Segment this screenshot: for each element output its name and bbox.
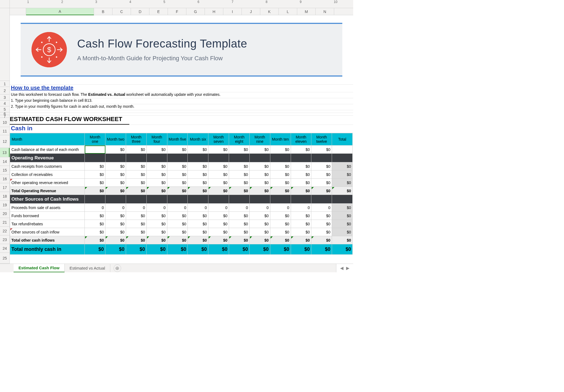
col-head-I[interactable]: I bbox=[223, 8, 242, 15]
cell[interactable]: $0 bbox=[249, 170, 270, 179]
cell[interactable]: $0 bbox=[311, 162, 332, 170]
cell[interactable]: $0 bbox=[188, 212, 208, 220]
cash-balance-m8[interactable]: $0 bbox=[229, 146, 250, 154]
cell[interactable]: $0 bbox=[188, 170, 208, 179]
row-head-1[interactable]: 1 bbox=[0, 81, 10, 87]
cell[interactable]: $0 bbox=[208, 179, 229, 187]
add-sheet-button[interactable]: ⊕ bbox=[114, 264, 121, 272]
cell[interactable]: $0 bbox=[85, 162, 105, 170]
cash-balance-m12[interactable]: $0 bbox=[311, 146, 332, 154]
cell[interactable]: $0 bbox=[270, 212, 291, 220]
cell[interactable]: $0 bbox=[291, 170, 311, 179]
cash-balance-m5[interactable]: $0 bbox=[167, 146, 188, 154]
cell[interactable]: $0 bbox=[208, 228, 229, 236]
cell[interactable]: 0 bbox=[270, 204, 291, 212]
cell[interactable]: $0 bbox=[270, 228, 291, 236]
cell[interactable]: $0 bbox=[249, 179, 270, 187]
row-head-12[interactable]: 12 bbox=[0, 135, 10, 148]
cell[interactable]: $0 bbox=[208, 212, 229, 220]
cell[interactable]: $0 bbox=[146, 220, 167, 228]
cell[interactable]: $0 bbox=[146, 212, 167, 220]
cell[interactable]: $0 bbox=[249, 162, 270, 170]
row-head-11[interactable]: 11 bbox=[0, 127, 10, 135]
cell[interactable]: $0 bbox=[126, 220, 147, 228]
cell[interactable]: $0 bbox=[249, 220, 270, 228]
cell[interactable]: $0 bbox=[126, 162, 147, 170]
col-head-A[interactable]: A bbox=[26, 8, 94, 15]
col-head-gutter[interactable] bbox=[10, 8, 26, 15]
row-head-3[interactable]: 3 bbox=[0, 94, 10, 100]
cell[interactable]: $0 bbox=[229, 179, 250, 187]
cell[interactable]: $0 bbox=[229, 162, 250, 170]
cell[interactable]: $0 bbox=[167, 212, 188, 220]
cell[interactable]: $0 bbox=[188, 162, 208, 170]
cell[interactable]: 0 bbox=[105, 204, 126, 212]
cell[interactable]: $0 bbox=[105, 179, 126, 187]
cell[interactable]: $0 bbox=[291, 220, 311, 228]
cell[interactable]: $0 bbox=[85, 170, 105, 179]
cell[interactable]: 0 bbox=[126, 204, 147, 212]
cell[interactable]: $0 bbox=[311, 179, 332, 187]
cell[interactable]: $0 bbox=[105, 220, 126, 228]
cell[interactable]: $0 bbox=[188, 228, 208, 236]
cash-balance-m3[interactable]: $0 bbox=[126, 146, 147, 154]
cash-balance-m6[interactable]: $0 bbox=[188, 146, 208, 154]
row-head-22[interactable]: 22 bbox=[0, 227, 10, 235]
tab-estimated-cash-flow[interactable]: Estimated Cash Flow bbox=[14, 264, 65, 273]
row-head-15[interactable]: 15 bbox=[0, 166, 10, 175]
cell[interactable]: $0 bbox=[229, 212, 250, 220]
col-head-K[interactable]: K bbox=[260, 8, 279, 15]
cell[interactable]: $0 bbox=[167, 220, 188, 228]
cell[interactable]: $0 bbox=[167, 228, 188, 236]
col-head-C[interactable]: C bbox=[112, 8, 131, 15]
col-head-H[interactable]: H bbox=[205, 8, 223, 15]
cell[interactable]: $0 bbox=[105, 170, 126, 179]
cash-balance-m9[interactable]: $0 bbox=[249, 146, 270, 154]
cell[interactable]: $0 bbox=[291, 162, 311, 170]
cell[interactable]: 0 bbox=[146, 204, 167, 212]
cell[interactable]: $0 bbox=[167, 179, 188, 187]
cell[interactable]: $0 bbox=[85, 228, 105, 236]
cell[interactable]: $0 bbox=[270, 220, 291, 228]
cell[interactable]: $0 bbox=[105, 212, 126, 220]
cell[interactable]: $0 bbox=[229, 220, 250, 228]
cell[interactable]: $0 bbox=[291, 179, 311, 187]
cell[interactable]: 0 bbox=[188, 204, 208, 212]
col-head-B[interactable]: B bbox=[94, 8, 112, 15]
row-head-13[interactable]: 13 bbox=[0, 148, 10, 157]
row-head-23[interactable]: 23 bbox=[0, 235, 10, 244]
row-head-18[interactable]: 18 bbox=[0, 192, 10, 201]
cell[interactable]: $0 bbox=[332, 212, 353, 220]
col-head-D[interactable]: D bbox=[131, 8, 149, 15]
cell[interactable]: $0 bbox=[85, 179, 105, 187]
cell[interactable]: $0 bbox=[291, 228, 311, 236]
col-head-L[interactable]: L bbox=[279, 8, 297, 15]
cell[interactable]: $0 bbox=[332, 162, 353, 170]
cell[interactable]: $0 bbox=[311, 228, 332, 236]
cell[interactable]: $0 bbox=[188, 179, 208, 187]
col-head-J[interactable]: J bbox=[242, 8, 260, 15]
cell[interactable]: $0 bbox=[105, 162, 126, 170]
cell[interactable]: $0 bbox=[126, 228, 147, 236]
row-head-21[interactable]: 21 bbox=[0, 218, 10, 227]
tab-estimated-vs-actual[interactable]: Estimated vs Actual bbox=[65, 264, 110, 272]
cell[interactable]: $0 bbox=[146, 228, 167, 236]
cash-balance-m7[interactable]: $0 bbox=[208, 146, 229, 154]
cell[interactable]: $0 bbox=[126, 212, 147, 220]
cell[interactable]: 0 bbox=[311, 204, 332, 212]
cell[interactable]: $0 bbox=[146, 179, 167, 187]
cell[interactable]: $0 bbox=[208, 170, 229, 179]
col-head-M[interactable]: M bbox=[297, 8, 316, 15]
cell[interactable]: $0 bbox=[249, 212, 270, 220]
cell[interactable]: $0 bbox=[332, 228, 353, 236]
cell[interactable]: $0 bbox=[229, 170, 250, 179]
cell[interactable]: 0 bbox=[291, 204, 311, 212]
cell[interactable]: $0 bbox=[85, 220, 105, 228]
cell[interactable]: $0 bbox=[167, 162, 188, 170]
cash-balance-m1[interactable] bbox=[85, 146, 105, 154]
row-head-19[interactable]: 19 bbox=[0, 201, 10, 209]
cell[interactable]: 0 bbox=[167, 204, 188, 212]
cell[interactable]: $0 bbox=[229, 228, 250, 236]
cell[interactable]: $0 bbox=[311, 170, 332, 179]
tab-scroll-controls[interactable]: ◀ ▶ bbox=[336, 264, 353, 272]
